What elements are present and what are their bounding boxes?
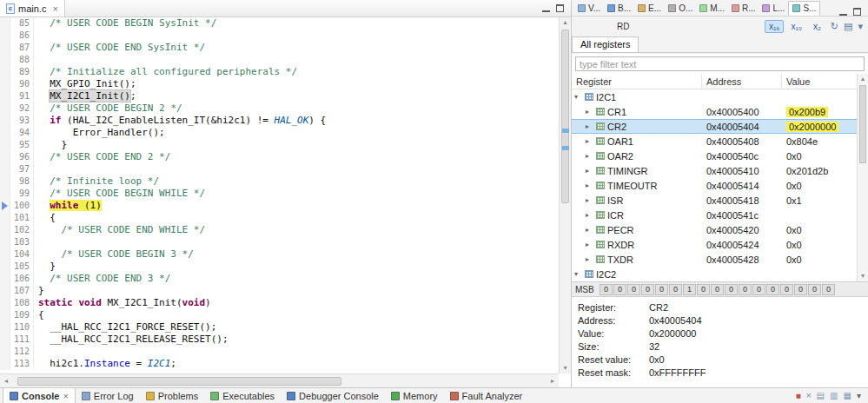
radix-bin-button[interactable]: x₂ (809, 20, 825, 33)
scroll-down-icon[interactable]: ▾ (560, 363, 571, 373)
register-row[interactable]: ▸CR20x400054040x2000000 (572, 119, 857, 134)
expander-icon[interactable]: ▸ (586, 152, 593, 160)
pin-console-icon[interactable]: ▦ (844, 392, 851, 400)
column-header-address[interactable]: Address (702, 74, 782, 89)
bit-box[interactable]: 0 (613, 284, 626, 295)
vertical-scroll-thumb[interactable] (561, 30, 569, 203)
bit-box[interactable]: 0 (711, 284, 724, 295)
view-tab-sfrs[interactable]: S... (788, 1, 820, 16)
code-line[interactable]: 85 /* USER CODE BEGIN SysInit */ (0, 17, 559, 30)
scroll-thumb[interactable] (859, 85, 866, 163)
scroll-down-icon[interactable]: ▾ (858, 271, 868, 281)
console-menu-icon[interactable]: ▾ (857, 392, 861, 400)
code-line[interactable]: 100 while (1) (0, 200, 559, 212)
horizontal-scroll-thumb[interactable] (17, 377, 341, 386)
expander-icon[interactable]: ▸ (586, 211, 593, 219)
bottom-tab-problems[interactable]: Problems (140, 388, 204, 403)
code-line[interactable]: 101 { (0, 212, 559, 224)
close-icon[interactable]: × (52, 3, 57, 14)
bit-box[interactable]: 0 (669, 284, 682, 295)
registers-scrollbar[interactable]: ▴ ▾ (857, 74, 868, 281)
bit-box[interactable]: 0 (780, 284, 793, 295)
expander-icon[interactable]: ▸ (586, 182, 593, 189)
terminate-icon[interactable]: ■ (796, 392, 801, 400)
maximize-icon[interactable] (853, 8, 861, 16)
export-icon[interactable]: ▤ (844, 21, 852, 32)
minimize-icon[interactable] (542, 5, 550, 12)
radix-dec-button[interactable]: x₁₀ (786, 20, 806, 33)
code-line[interactable]: 109{ (0, 309, 559, 321)
editor-horizontal-scrollbar[interactable]: ◂ ▸ (0, 373, 559, 387)
bottom-tab-console[interactable]: Console× (3, 388, 76, 403)
code-line[interactable]: 104 /* USER CODE BEGIN 3 */ (0, 248, 559, 261)
code-line[interactable]: 103 (0, 236, 559, 248)
scroll-lock-icon[interactable]: ▥ (830, 392, 838, 400)
code-line[interactable]: 112 (0, 346, 559, 358)
code-line[interactable]: 97 (0, 163, 559, 175)
code-line[interactable]: 111 __HAL_RCC_I2C1_RELEASE_RESET(); (0, 334, 559, 346)
refresh-icon[interactable]: ↻ (831, 21, 838, 32)
bit-box[interactable]: 0 (600, 284, 613, 295)
bit-box[interactable]: 0 (808, 284, 821, 295)
code-line[interactable]: 99 /* USER CODE BEGIN WHILE */ (0, 188, 559, 200)
editor-tab-main-c[interactable]: c main.c × (0, 0, 65, 17)
code-line[interactable]: 102 /* USER CODE END WHILE */ (0, 224, 559, 236)
view-tab-outline[interactable]: O... (665, 1, 696, 16)
close-icon[interactable]: × (63, 391, 68, 401)
bit-box[interactable]: 1 (683, 284, 696, 295)
clear-console-icon[interactable]: ▤ (817, 392, 825, 400)
column-header-register[interactable]: Register (572, 74, 702, 89)
bit-box[interactable]: 0 (794, 284, 807, 295)
view-tab-live-expressions[interactable]: L... (759, 1, 788, 16)
view-menu-icon[interactable]: ▾ (858, 21, 863, 32)
view-tab-breakpoints[interactable]: B... (604, 1, 634, 16)
register-row[interactable]: ▸OAR20x4000540c0x0 (572, 149, 857, 163)
register-row[interactable]: ▸ISR0x400054180x1 (572, 193, 857, 208)
bottom-tab-executables[interactable]: Executables (204, 388, 281, 403)
code-line[interactable]: 86 (0, 30, 559, 42)
bottom-tab-memory[interactable]: Memory (385, 388, 444, 403)
register-row[interactable]: ▸OAR10x400054080x804e (572, 134, 857, 149)
bit-box[interactable]: 0 (655, 284, 668, 295)
expander-icon[interactable]: ▸ (586, 137, 593, 145)
bit-box[interactable]: 0 (822, 284, 835, 295)
expander-icon[interactable]: ▸ (586, 196, 593, 204)
code-line[interactable]: 95 } (0, 139, 559, 151)
code-line[interactable]: 113 hi2c1.Instance = I2C1; (0, 358, 559, 370)
bit-box[interactable]: 0 (739, 284, 752, 295)
bottom-tab-error-log[interactable]: Error Log (76, 388, 140, 403)
code-line[interactable]: 110 __HAL_RCC_I2C1_FORCE_RESET(); (0, 321, 559, 334)
code-line[interactable]: 106 /* USER CODE END 3 */ (0, 273, 559, 285)
register-row[interactable]: ▸TIMINGR0x400054100x201d2b (572, 163, 857, 178)
scroll-right-icon[interactable]: ▸ (547, 377, 559, 385)
code-line[interactable]: 87 /* USER CODE END SysInit */ (0, 42, 559, 54)
expander-icon[interactable]: ▸ (586, 167, 593, 175)
bit-box[interactable]: 0 (766, 284, 779, 295)
code-line[interactable]: 94 Error_Handler(); (0, 127, 559, 139)
expander-icon[interactable]: ▸ (586, 255, 593, 263)
code-line[interactable]: 88 (0, 54, 559, 66)
register-row[interactable]: ▸TIMEOUTR0x400054140x0 (572, 178, 857, 193)
scroll-up-icon[interactable]: ▴ (858, 74, 868, 84)
bit-box[interactable]: 0 (725, 284, 738, 295)
minimize-icon[interactable] (839, 9, 847, 16)
register-row[interactable]: ▸RXDR0x400054240x0 (572, 237, 857, 252)
radix-hex-button[interactable]: x₁₆ (765, 20, 784, 33)
register-group-row[interactable]: ▾I2C2 (572, 267, 857, 281)
code-line[interactable]: 89 /* Initialize all configured peripher… (0, 66, 559, 78)
bottom-tab-debugger-console[interactable]: Debugger Console (281, 388, 385, 403)
view-tab-registers[interactable]: R... (728, 1, 759, 16)
bottom-tab-fault-analyzer[interactable]: Fault Analyzer (444, 388, 529, 403)
registers-table-header[interactable]: Register Address Value (572, 74, 857, 89)
scroll-up-icon[interactable]: ▴ (560, 17, 571, 28)
expander-icon[interactable]: ▸ (586, 108, 593, 116)
view-tab-expressions[interactable]: E... (634, 1, 665, 16)
bit-box[interactable]: 0 (697, 284, 710, 295)
expander-icon[interactable]: ▾ (574, 93, 582, 101)
code-line[interactable]: 108static void MX_I2C1_Init(void) (0, 297, 559, 309)
code-line[interactable]: 92 /* USER CODE BEGIN 2 */ (0, 102, 559, 115)
code-line[interactable]: 98 /* Infinite loop */ (0, 175, 559, 188)
view-tab-modules[interactable]: M... (696, 1, 728, 16)
expander-icon[interactable]: ▸ (586, 241, 593, 248)
code-line[interactable]: 107} (0, 285, 559, 297)
